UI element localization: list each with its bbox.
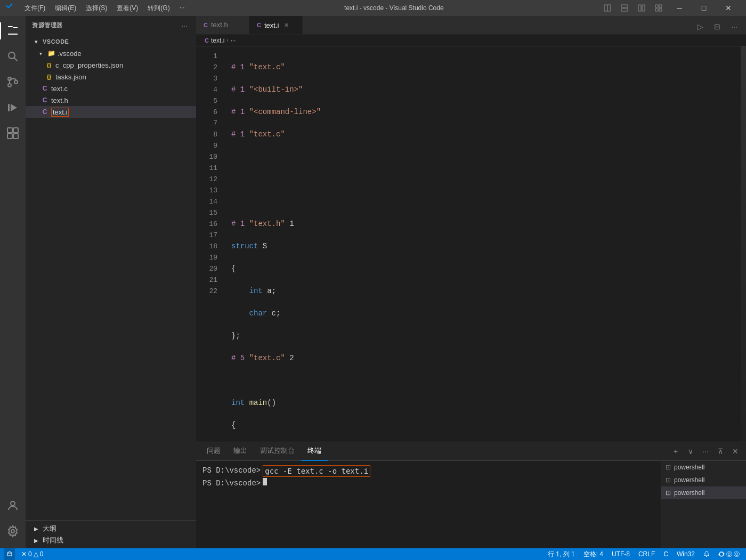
code-line-11: int a; — [231, 286, 741, 297]
svg-marker-24 — [724, 553, 725, 554]
error-count: 0 — [28, 550, 32, 558]
indentation-status[interactable]: 空格: 4 — [581, 548, 605, 560]
svg-rect-4 — [638, 5, 641, 11]
panel-tab-problems[interactable]: 问题 — [200, 442, 227, 461]
run-code-button[interactable]: ▷ — [693, 19, 708, 34]
terminal-container: PS D:\vscode> gcc -E text.c -o text.i PS… — [196, 461, 746, 548]
chevron-right-icon: ▶ — [32, 538, 40, 543]
close-panel-button[interactable]: ✕ — [729, 445, 742, 458]
tree-text-i[interactable]: C text.i — [26, 106, 196, 118]
code-line-8: # 1 "text.h" 1 — [231, 218, 741, 230]
scroll-down-button[interactable]: ∨ — [684, 445, 697, 458]
tree-text-h[interactable]: C text.h — [26, 94, 196, 106]
panel-tab-terminal[interactable]: 终端 — [301, 442, 328, 461]
sync-status[interactable]: ⓪ ⓪ — [716, 548, 742, 560]
sidebar-more-button[interactable]: ··· — [179, 20, 190, 31]
menu-view[interactable]: 查看(V) — [112, 3, 142, 14]
status-bar-left: ✕ 0 △ 0 — [4, 548, 45, 560]
editor-layout-icon[interactable] — [616, 0, 633, 16]
settings-activity-icon[interactable] — [0, 518, 26, 544]
timeline-section[interactable]: ▶ 时间线 — [26, 534, 196, 546]
account-activity-icon[interactable] — [0, 493, 26, 518]
terminal-output[interactable]: PS D:\vscode> gcc -E text.c -o text.i PS… — [196, 461, 661, 548]
panel-area: 问题 输出 调试控制台 终端 + ∨ ··· ⊼ ✕ PS D:\vscode>… — [196, 442, 746, 548]
code-line-1: # 1 "text.c" — [231, 62, 741, 73]
tasks-json-label: tasks.json — [55, 73, 86, 81]
tab-text-h[interactable]: C text.h — [196, 16, 249, 34]
terminal-session-2[interactable]: ⊡ powershell — [661, 474, 746, 486]
code-line-6 — [231, 174, 741, 185]
c-icon: C — [204, 22, 208, 28]
svg-point-12 — [8, 84, 11, 87]
terminal-cursor — [263, 478, 267, 485]
terminal-line-2: PS D:\vscode> — [202, 478, 654, 489]
title-bar-menu: 文件(F) 编辑(E) 选择(S) 查看(V) 转到(G) ··· — [20, 3, 189, 14]
outline-label: 大纲 — [43, 524, 56, 533]
more-actions-button[interactable]: ··· — [727, 19, 742, 34]
status-bar: ✕ 0 △ 0 行 1, 列 1 空格: 4 UTF-8 CRLF C Win3… — [0, 548, 746, 560]
c-file-icon: C — [40, 108, 49, 116]
close-button[interactable]: ✕ — [716, 0, 741, 16]
remote-status[interactable] — [4, 548, 15, 560]
grid-layout-icon[interactable] — [650, 0, 667, 16]
menu-select[interactable]: 选择(S) — [82, 3, 111, 14]
add-terminal-button[interactable]: + — [669, 445, 682, 458]
tab-close-button[interactable]: ✕ — [282, 21, 290, 29]
tree-root-vscode[interactable]: ▾ VSCODE — [26, 36, 196, 47]
menu-more[interactable]: ··· — [175, 3, 189, 14]
code-line-3: # 1 "<command-line>" — [231, 107, 741, 118]
json-icon: {} — [45, 62, 53, 68]
cursor-position-status[interactable]: 行 1, 列 1 — [546, 548, 577, 560]
more-terminal-button[interactable]: ··· — [699, 445, 712, 458]
line-numbers: 12345 678910 1112131415 1617181920 2122 — [196, 46, 223, 442]
breadcrumb-more[interactable]: ··· — [231, 37, 236, 44]
extensions-activity-icon[interactable] — [0, 120, 26, 146]
minimize-button[interactable]: ─ — [667, 0, 692, 16]
tab-text-h-label: text.h — [211, 21, 228, 29]
errors-status[interactable]: ✕ 0 △ 0 — [19, 548, 45, 560]
os-status[interactable]: Win32 — [675, 548, 697, 560]
terminal-session-3[interactable]: ⊡ powershell — [661, 486, 746, 499]
sidebar-header-icons: ··· — [179, 20, 190, 31]
tree-text-c[interactable]: C text.c — [26, 83, 196, 94]
terminal-session-1[interactable]: ⊡ powershell — [661, 461, 746, 474]
svg-rect-6 — [655, 5, 658, 7]
code-content[interactable]: # 1 "text.c" # 1 "<built-in>" # 1 "<comm… — [223, 46, 741, 442]
tree-c-cpp-properties[interactable]: {} c_cpp_properties.json — [26, 59, 196, 71]
svg-rect-9 — [659, 9, 662, 11]
vscode-folder-label: .vscode — [58, 50, 82, 58]
run-debug-activity-icon[interactable] — [0, 95, 26, 120]
tree-vscode-folder[interactable]: ▾ 📁 .vscode — [26, 47, 196, 59]
timeline-label: 时间线 — [43, 535, 63, 545]
source-control-activity-icon[interactable] — [0, 69, 26, 95]
explorer-activity-icon[interactable] — [0, 18, 26, 44]
code-line-7 — [231, 196, 741, 207]
breadcrumb-separator: › — [226, 37, 228, 43]
split-editor-icon[interactable] — [633, 0, 650, 16]
layout-panel-icon[interactable] — [599, 0, 616, 16]
language-status[interactable]: C — [661, 548, 670, 560]
c-cpp-label: c_cpp_properties.json — [55, 61, 123, 69]
terminal-icon: ⊡ — [666, 464, 671, 471]
svg-rect-18 — [7, 128, 12, 133]
tree-tasks-json[interactable]: {} tasks.json — [26, 71, 196, 83]
eol-status[interactable]: CRLF — [636, 548, 657, 560]
encoding-status[interactable]: UTF-8 — [610, 548, 632, 560]
maximize-button[interactable]: □ — [692, 0, 716, 16]
notifications-status[interactable] — [701, 548, 712, 560]
panel-tab-debug-console[interactable]: 调试控制台 — [254, 442, 301, 461]
search-activity-icon[interactable] — [0, 44, 26, 69]
menu-file[interactable]: 文件(F) — [20, 3, 50, 14]
menu-edit[interactable]: 编辑(E) — [51, 3, 80, 14]
svg-rect-21 — [13, 134, 18, 139]
error-icon: ✕ — [21, 550, 27, 558]
outline-section[interactable]: ▶ 大纲 — [26, 523, 196, 534]
breadcrumb-filename[interactable]: text.i — [211, 37, 224, 44]
split-editor-button[interactable]: ⊟ — [710, 19, 725, 34]
menu-goto[interactable]: 转到(G) — [143, 3, 174, 14]
code-editor[interactable]: 12345 678910 1112131415 1617181920 2122 … — [196, 46, 746, 442]
code-line-14: # 5 "text.c" 2 — [231, 353, 741, 364]
panel-tab-output[interactable]: 输出 — [227, 442, 254, 461]
maximize-panel-button[interactable]: ⊼ — [714, 445, 727, 458]
tab-text-i[interactable]: C text.i ✕ — [249, 16, 303, 34]
